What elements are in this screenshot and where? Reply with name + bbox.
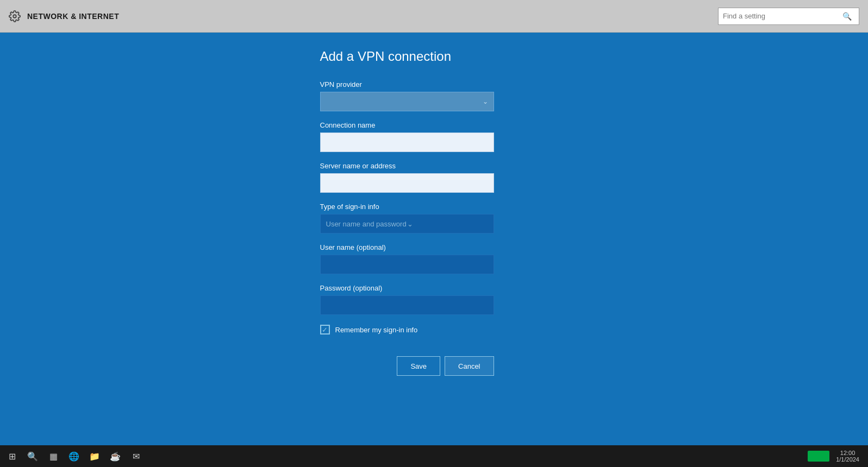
taskbar-date: 1/1/2024: [836, 456, 859, 463]
signin-type-dropdown[interactable]: User name and password ⌄: [320, 214, 494, 234]
buttons-row: Save Cancel: [320, 356, 494, 376]
vpn-provider-dropdown[interactable]: Windows (built-in) ⌄: [320, 92, 494, 111]
main-content: Add a VPN connection VPN provider Window…: [0, 33, 868, 445]
chevron-down-icon-signin: ⌄: [407, 220, 488, 228]
taskbar-right: 12:00 1/1/2024: [808, 450, 866, 463]
signin-type-label: Type of sign-in info: [320, 203, 548, 211]
search-input[interactable]: [723, 12, 842, 20]
server-name-input[interactable]: [320, 173, 494, 193]
remember-signin-checkbox[interactable]: ✓: [320, 325, 330, 335]
signin-type-group: Type of sign-in info User name and passw…: [320, 203, 548, 234]
header: NETWORK & INTERNET 🔍: [0, 0, 868, 33]
vpn-panel: Add a VPN connection VPN provider Window…: [320, 49, 548, 376]
vpn-provider-select[interactable]: Windows (built-in): [326, 98, 483, 106]
task-view-button[interactable]: ▦: [43, 446, 63, 466]
server-name-group: Server name or address: [320, 162, 548, 193]
vpn-provider-group: VPN provider Windows (built-in) ⌄: [320, 80, 548, 111]
vpn-provider-label: VPN provider: [320, 80, 548, 89]
mail-icon[interactable]: ✉: [126, 446, 146, 466]
username-label: User name (optional): [320, 243, 548, 251]
header-title: NETWORK & INTERNET: [27, 12, 119, 21]
signin-type-value: User name and password: [326, 220, 407, 228]
password-group: Password (optional): [320, 284, 548, 315]
svg-point-0: [13, 15, 16, 18]
gear-icon: [9, 10, 21, 22]
network-status-indicator: [808, 451, 829, 462]
page-title: Add a VPN connection: [320, 49, 548, 64]
username-input[interactable]: [320, 255, 494, 274]
username-group: User name (optional): [320, 243, 548, 274]
remember-signin-group: ✓ Remember my sign-in info: [320, 325, 548, 335]
server-name-label: Server name or address: [320, 162, 548, 170]
search-taskbar-button[interactable]: 🔍: [23, 446, 42, 466]
checkmark-icon: ✓: [322, 326, 328, 333]
search-box[interactable]: 🔍: [718, 8, 859, 25]
password-label: Password (optional): [320, 284, 548, 292]
search-icon: 🔍: [842, 12, 852, 21]
start-button[interactable]: ⊞: [2, 446, 22, 466]
connection-name-label: Connection name: [320, 121, 548, 129]
file-explorer-icon[interactable]: 📁: [85, 446, 104, 466]
header-left: NETWORK & INTERNET: [9, 10, 119, 22]
edge-icon[interactable]: 🌐: [64, 446, 84, 466]
chevron-down-icon: ⌄: [483, 98, 488, 105]
store-icon[interactable]: ☕: [105, 446, 125, 466]
password-input[interactable]: [320, 295, 494, 315]
taskbar: ⊞ 🔍 ▦ 🌐 📁 ☕ ✉ 12:00 1/1/2024: [0, 445, 868, 467]
taskbar-clock: 12:00 1/1/2024: [832, 450, 864, 463]
cancel-button[interactable]: Cancel: [445, 356, 494, 376]
connection-name-input[interactable]: [320, 132, 494, 152]
remember-signin-label: Remember my sign-in info: [335, 326, 418, 334]
connection-name-group: Connection name: [320, 121, 548, 152]
taskbar-time: 12:00: [836, 450, 859, 456]
save-button[interactable]: Save: [397, 356, 440, 376]
